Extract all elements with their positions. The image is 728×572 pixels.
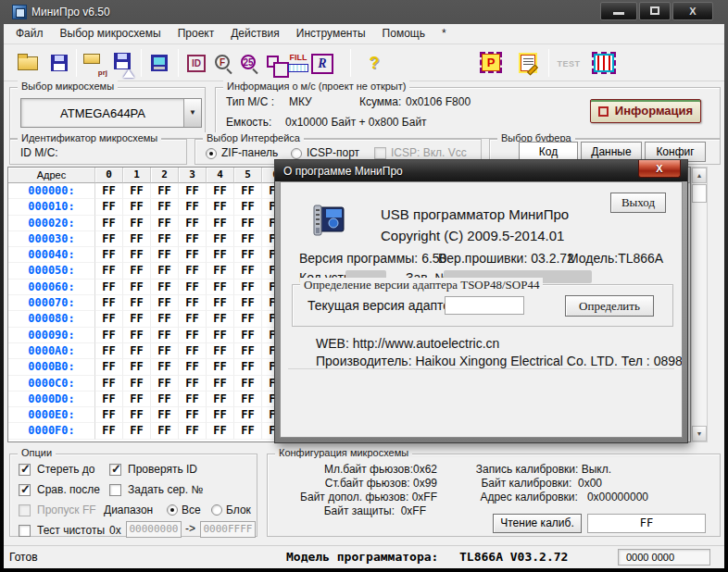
hex-cell[interactable]: FF [179,392,207,407]
hex-cell[interactable]: FF [234,231,262,247]
read-cal-button[interactable]: Чтение калиб. [493,514,582,533]
compare-checkbox[interactable] [19,484,31,496]
hex-address[interactable]: 0000E0: [8,407,95,423]
edit-buffer-button[interactable] [515,50,541,77]
hex-cell[interactable]: FF [95,263,123,279]
scroll-down-button[interactable]: ▼ [692,426,707,441]
hex-cell[interactable]: FF [95,328,123,343]
hex-cell[interactable]: FF [234,311,262,327]
hex-cell[interactable]: FF [151,183,179,199]
hex-cell[interactable]: FF [95,280,123,295]
hex-cell[interactable]: FF [95,376,123,392]
hex-address[interactable]: 0000D0: [8,392,95,407]
scroll-up-button[interactable]: ▲ [692,168,707,183]
hex-cell[interactable]: FF [151,392,179,407]
hex-cell[interactable]: FF [123,280,151,295]
erase-label[interactable]: Стереть до [37,463,94,476]
device-config-button[interactable] [146,50,172,77]
verify-id-checkbox[interactable] [109,464,121,476]
hex-cell[interactable]: FF [234,199,262,215]
hex-cell[interactable]: FF [234,247,262,263]
hex-cell[interactable]: FF [207,280,234,295]
hex-cell[interactable]: FF [207,216,234,231]
search-button[interactable]: F [209,50,235,77]
save-button[interactable] [46,50,72,77]
range-all-label[interactable]: Все [182,504,201,516]
range-block-radio[interactable] [211,504,222,516]
hex-cell[interactable]: FF [179,216,207,231]
hex-cell[interactable]: FF [207,343,234,359]
hex-cell[interactable]: FF [151,407,179,423]
menu-item-6[interactable]: Помощь [374,24,433,43]
hex-cell[interactable]: FF [123,423,151,439]
icsp-radio-label[interactable]: ICSP-порт [307,146,359,159]
hex-cell[interactable]: FF [179,359,207,375]
hex-cell[interactable]: FF [123,376,151,392]
hex-cell[interactable]: FF [234,407,262,423]
hex-cell[interactable]: FF [207,247,234,263]
hex-cell[interactable]: FF [207,199,234,215]
hex-cell[interactable]: FF [207,231,234,247]
hex-cell[interactable]: FF [234,263,262,279]
hex-cell[interactable]: FF [207,183,234,199]
hex-cell[interactable]: FF [234,343,262,359]
hex-cell[interactable]: FF [123,263,151,279]
hex-cell[interactable]: FF [151,343,179,359]
adapter-version-field[interactable] [445,296,524,315]
range-block-label[interactable]: Блок [226,504,251,516]
web-link[interactable]: WEB: http://www.autoelectric.cn [316,336,499,351]
hex-cell[interactable]: FF [234,295,262,311]
hex-cell[interactable]: FF [179,199,207,215]
hex-cell[interactable]: FF [179,183,207,199]
chip-id-button[interactable]: ID [183,50,209,77]
hex-cell[interactable]: FF [123,359,151,375]
hex-address[interactable]: 000090: [8,328,95,343]
chevron-down-icon[interactable]: ▼ [183,99,201,127]
hex-cell[interactable]: FF [151,359,179,375]
hex-cell[interactable]: FF [123,183,151,199]
hex-cell[interactable]: FF [179,247,207,263]
hex-cell[interactable]: FF [123,216,151,231]
hex-address[interactable]: 0000B0: [8,359,95,375]
hex-cell[interactable]: FF [95,295,123,311]
verify-id-label[interactable]: Проверять ID [128,463,197,476]
hex-cell[interactable]: FF [151,423,179,439]
close-button[interactable]: X [672,2,713,20]
hex-address[interactable]: 000010: [8,199,95,215]
zif-radio-label[interactable]: ZIF-панель [221,146,278,159]
hex-cell[interactable]: FF [207,376,234,392]
program-button[interactable]: P [478,50,504,77]
hex-cell[interactable]: FF [151,199,179,215]
hex-cell[interactable]: FF [207,359,234,375]
hex-cell[interactable]: FF [207,263,234,279]
hex-cell[interactable]: FF [95,423,123,439]
hex-cell[interactable]: FF [234,183,262,199]
hex-cell[interactable]: FF [179,376,207,392]
dialog-title-bar[interactable]: О программе МиниПро [275,160,687,181]
hex-cell[interactable]: FF [179,231,207,247]
hex-cell[interactable]: FF [207,311,234,327]
hex-cell[interactable]: FF [123,407,151,423]
hex-cell[interactable]: FF [151,280,179,295]
hex-cell[interactable]: FF [234,280,262,295]
hex-cell[interactable]: FF [151,328,179,343]
hex-cell[interactable]: FF [179,407,207,423]
hex-cell[interactable]: FF [95,407,123,423]
hex-address[interactable]: 0000C0: [8,376,95,392]
hex-address[interactable]: 000060: [8,280,95,295]
menu-item-5[interactable]: Инструменты [288,24,374,43]
hex-cell[interactable]: FF [95,311,123,327]
compare-label[interactable]: Срав. после [37,483,100,496]
hex-cell[interactable]: FF [95,199,123,215]
hex-cell[interactable]: FF [234,392,262,407]
menu-item-2[interactable]: Выбор микросхемы [52,24,169,43]
hex-cell[interactable]: FF [151,311,179,327]
hex-address[interactable]: 000020: [8,216,95,231]
menu-item-4[interactable]: Действия [222,24,288,43]
hex-cell[interactable]: FF [179,295,207,311]
hex-cell[interactable]: FF [234,423,262,439]
hex-address[interactable]: 000050: [8,263,95,279]
hex-cell[interactable]: FF [234,376,262,392]
menu-item-1[interactable]: Файл [7,24,52,43]
hex-cell[interactable]: FF [207,295,234,311]
